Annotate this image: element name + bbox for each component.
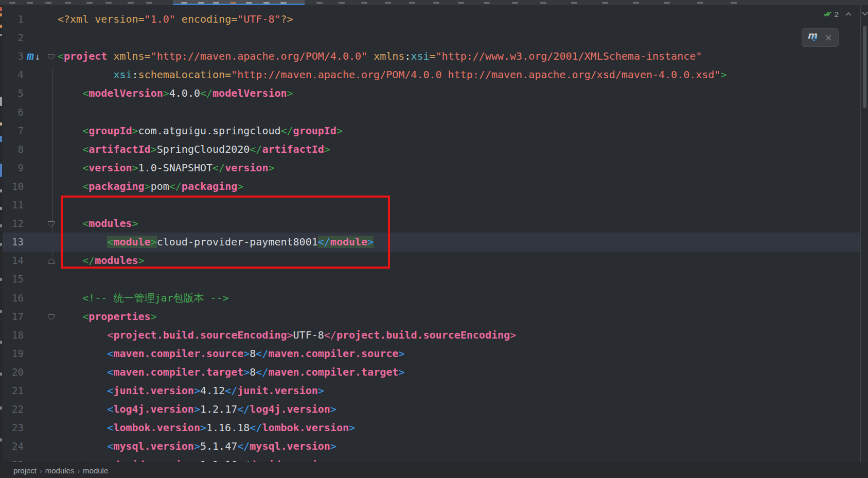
breadcrumb-item-module[interactable]: module [83,466,108,475]
code-token: </ [169,180,182,192]
annotation-red-box [61,196,390,269]
clipped-tab-text-fragment [128,2,134,4]
code-line: 5 <modelVersion>4.0.0</modelVersion> [0,84,860,103]
code-token: UTF-8 [293,329,324,341]
close-icon[interactable]: × [825,32,832,43]
clipped-panel-fragment [0,438,2,441]
clipped-tab-text-fragment [65,2,71,4]
line-number: 3 [0,47,24,65]
code-token: xmlns [374,50,404,62]
code-token [58,87,82,99]
clipped-tab-text-fragment [458,2,464,4]
code-token: > [330,403,336,415]
inspections-widget[interactable]: ✔ ✔ 2 [823,8,852,20]
code-token: com.atguigu.springcloud [138,125,281,137]
line-number: 5 [0,84,24,102]
code-token: > [194,440,200,452]
clipped-tab-text-fragment [361,2,367,4]
code-token: </ [237,440,250,452]
code-line: 18 <project.build.sourceEncoding>UTF-8</… [0,326,860,345]
code-token: </ [324,329,336,341]
code-token: < [107,440,113,452]
scrollbar-thumb[interactable] [863,26,866,108]
code-token: 4.12 [200,384,225,397]
code-text: <packaging>pom</packaging> [58,177,243,196]
line-number: 18 [0,326,24,344]
chevron-up-icon[interactable] [845,12,852,16]
code-token: 5.1.47 [200,440,237,452]
code-line: 22 <log4j.version>1.2.17</log4j.version> [0,400,860,419]
fold-start-icon[interactable] [47,52,56,60]
code-token: maven.compiler.target [268,366,398,378]
code-line: 19 <maven.compiler.source>8</maven.compi… [0,344,860,363]
line-number: 14 [0,251,24,270]
code-token: properties [88,310,150,323]
code-token: > [243,366,250,378]
breadcrumb-item-modules[interactable]: modules [45,466,75,475]
active-tab-underline [173,4,305,5]
code-token: project [64,50,107,62]
line-number: 9 [0,158,24,177]
scrollbar-track[interactable] [860,5,868,462]
fold-start-icon[interactable] [47,313,56,320]
line-number: 4 [0,65,24,84]
maven-reload-icon[interactable]: m ⟳ [807,31,820,44]
code-token: < [107,366,113,378]
code-token: > [243,347,250,360]
code-token: pom [151,180,169,192]
code-token: SpringCloud2020 [157,143,250,155]
maven-reload-widget[interactable]: m ⟳ × [802,28,839,47]
clipped-tab-text-fragment [385,2,391,4]
code-token: < [58,50,64,62]
code-token: "http://maven.apache.org/POM/4.0.0 http:… [231,68,720,81]
fold-end-icon[interactable] [47,257,56,264]
code-line: 16 <!-- 统一管理jar包版本 --> [0,289,860,308]
code-text: <version>1.0-SNAPSHOT</version> [58,158,275,177]
code-token: 1.2.17 [200,403,237,415]
code-line: 7 <groupId>com.atguigu.springcloud</grou… [0,121,860,140]
code-token [58,310,82,323]
code-text: <project.build.sourceEncoding>UTF-8</pro… [58,326,516,344]
code-token: artifactId [88,143,150,155]
code-token: 8 [250,347,256,360]
clipped-panel-fragment [0,373,2,376]
fold-start-icon[interactable] [47,220,56,227]
clipped-panel-fragment [0,207,2,210]
code-token: </ [256,366,268,378]
clipped-tab-text-fragment [731,2,737,4]
code-token: > [200,421,206,434]
clipped-panel-fragment [0,34,2,36]
clipped-tab-text-fragment [246,2,252,4]
clipped-tab-text-fragment [27,2,33,4]
code-text: <project xmlns="http://maven.apache.org/… [58,47,702,65]
code-text: <maven.compiler.source>8</maven.compiler… [58,344,404,363]
breadcrumb-item-project[interactable]: project [13,466,37,475]
code-token [58,329,107,341]
clipped-panel-fragment [0,189,2,192]
chevron-down-icon[interactable] [861,11,868,16]
code-token: mysql.version [250,440,330,452]
code-token [58,384,107,397]
code-text: <artifactId>SpringCloud2020</artifactId> [58,140,330,158]
code-token: encoding= [175,13,237,25]
inspections-count: 2 [835,10,839,19]
code-token [58,125,82,137]
code-token: maven.compiler.source [113,347,243,360]
maven-gutter-icon[interactable]: m↓ [27,48,41,64]
code-token: junit.version [113,384,194,397]
code-token: = [430,50,436,62]
code-line: 24 <mysql.version>5.1.47</mysql.version> [0,437,860,456]
code-token: < [82,162,88,174]
line-number: 8 [0,140,24,158]
clipped-tab-text-fragment [9,2,15,4]
line-number: 21 [0,381,24,400]
editor-tab-strip[interactable] [0,0,868,5]
line-number: 6 [0,103,24,121]
breadcrumb: project › modules › module [0,462,868,478]
code-token: junit.version [237,384,318,397]
code-token: </ [250,143,262,155]
code-token: </ [250,421,262,434]
clipped-tab-text-fragment [45,2,51,4]
clipped-tab-text-fragment [280,2,287,4]
clipped-panel-fragment [0,243,2,246]
